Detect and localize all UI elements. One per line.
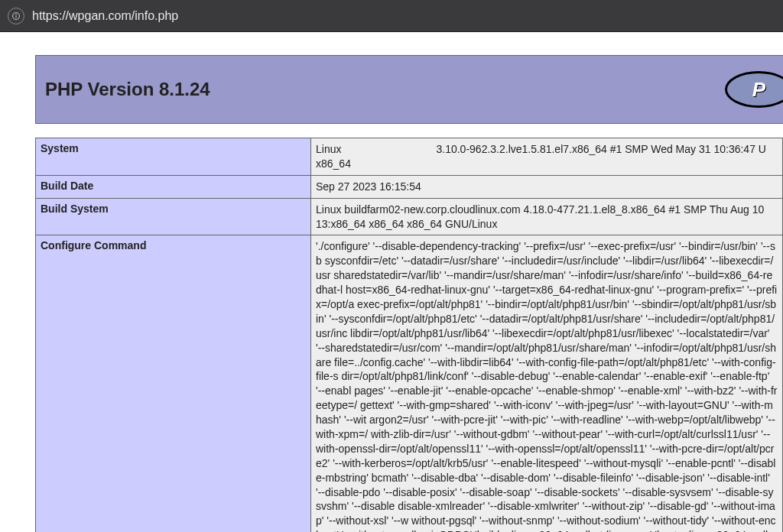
row-label-system: System	[36, 138, 311, 176]
system-right: 3.10.0-962.3.2.lve1.5.81.el7.x86_64 #1 S…	[436, 142, 778, 157]
row-value-build-date: Sep 27 2023 16:15:54	[311, 175, 783, 198]
lock-icon	[11, 11, 21, 21]
php-logo-text: P	[752, 78, 765, 102]
table-row: Build System Linux buildfarm02-new.corp.…	[36, 198, 783, 235]
svg-point-1	[15, 14, 17, 15]
row-label-build-date: Build Date	[36, 175, 311, 198]
php-version-title: PHP Version 8.1.24	[45, 79, 210, 100]
site-info-icon[interactable]	[8, 8, 24, 24]
row-label-build-system: Build System	[36, 198, 311, 235]
phpinfo-table: System Linux 3.10.0-962.3.2.lve1.5.81.el…	[35, 138, 783, 532]
page-content: PHP Version 8.1.24 P System Linux 3.10.0…	[0, 32, 783, 532]
row-value-build-system: Linux buildfarm02-new.corp.cloudlinux.co…	[311, 198, 783, 235]
table-row: Build Date Sep 27 2023 16:15:54	[36, 175, 783, 198]
browser-address-bar[interactable]: https://wpgan.com/info.php	[0, 0, 783, 32]
php-logo: P	[737, 71, 774, 108]
url-text[interactable]: https://wpgan.com/info.php	[32, 9, 178, 23]
row-value-configure: './configure' '--disable-dependency-trac…	[311, 235, 783, 532]
table-row: Configure Command './configure' '--disab…	[36, 235, 783, 532]
system-left: Linux	[316, 142, 341, 157]
table-row: System Linux 3.10.0-962.3.2.lve1.5.81.el…	[36, 138, 783, 176]
php-logo-ellipse: P	[725, 71, 783, 108]
phpinfo-header: PHP Version 8.1.24 P	[35, 55, 783, 124]
svg-rect-2	[16, 15, 17, 18]
system-line2: x86_64	[316, 157, 778, 171]
row-value-system: Linux 3.10.0-962.3.2.lve1.5.81.el7.x86_6…	[311, 138, 783, 176]
row-label-configure: Configure Command	[36, 235, 311, 532]
